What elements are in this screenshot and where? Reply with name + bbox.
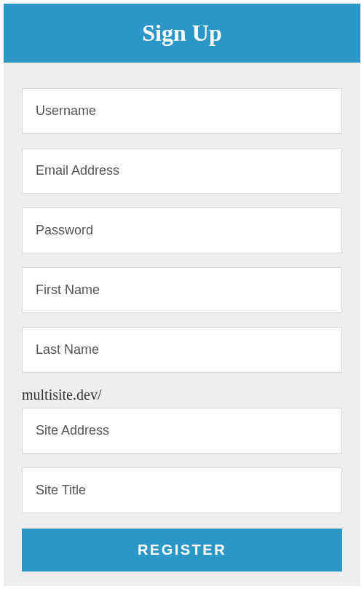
email-input[interactable] xyxy=(22,148,342,194)
first-name-input[interactable] xyxy=(22,267,342,313)
register-button[interactable]: REGISTER xyxy=(22,529,342,572)
password-input[interactable] xyxy=(22,207,342,253)
site-title-input[interactable] xyxy=(22,467,342,513)
signup-card: Sign Up multisite.dev/ REGISTER xyxy=(4,4,360,586)
username-input[interactable] xyxy=(22,88,342,134)
site-prefix-label: multisite.dev/ xyxy=(22,387,342,403)
signup-header: Sign Up xyxy=(4,4,360,63)
last-name-input[interactable] xyxy=(22,327,342,373)
site-address-input[interactable] xyxy=(22,408,342,454)
signup-form: multisite.dev/ REGISTER xyxy=(4,63,360,586)
signup-title: Sign Up xyxy=(142,20,221,46)
